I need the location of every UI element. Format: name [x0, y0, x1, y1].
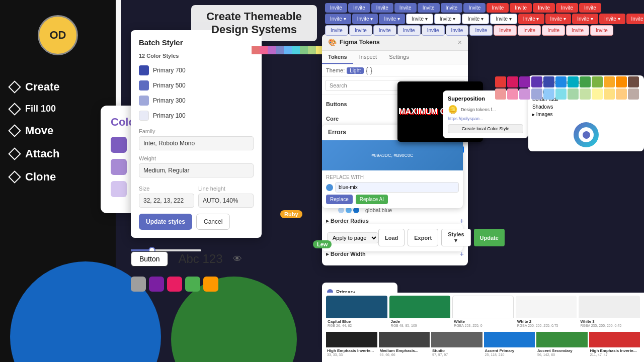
invite-btn-l6[interactable]: Invite: [446, 25, 469, 36]
palette-swatch-top: [580, 76, 591, 87]
demo-button[interactable]: Button: [131, 251, 168, 266]
size-value[interactable]: 32, 22, 13, 222: [139, 194, 194, 208]
invite-btn-5[interactable]: Invite: [418, 3, 440, 13]
invite-btn-l11[interactable]: Invite: [566, 25, 589, 36]
update-styles-button[interactable]: Update styles: [139, 214, 192, 230]
swatch-primary300: [139, 96, 149, 106]
nav-attach[interactable]: Attach: [8, 142, 108, 165]
color-swatch-fill100: [111, 159, 127, 175]
invite-btn-o5[interactable]: Invite ▾: [434, 14, 461, 24]
invite-btn-o8[interactable]: Invite ▾: [518, 14, 544, 24]
nav-fill100[interactable]: Fill 100: [8, 99, 108, 119]
theme-light-button[interactable]: Light: [347, 67, 364, 74]
palette-swatch-bottom: [592, 88, 603, 100]
family-value[interactable]: Inter, Roboto Mono: [139, 136, 254, 150]
text-color-cell: Accent Primary 25, 118, 210: [484, 329, 535, 358]
invite-btn-l2[interactable]: Invite: [349, 25, 372, 36]
nav-clone[interactable]: Clone: [8, 165, 108, 189]
capital-color-item: White 3 RGBA 255, 255, 255, 0.45: [579, 296, 640, 329]
tokens-close-button[interactable]: ×: [458, 38, 462, 46]
tab-tokens[interactable]: Tokens: [322, 51, 353, 64]
cancel-button[interactable]: Cancel: [196, 214, 230, 230]
nav-create-label: Create: [25, 80, 59, 94]
invite-btn-o11[interactable]: Invite ▾: [599, 14, 625, 24]
style-primary300[interactable]: Primary 300: [139, 93, 254, 108]
nav-clone-label: Clone: [25, 170, 56, 184]
border-width-label: ▸ Border Width: [326, 251, 366, 257]
invite-btn-o10[interactable]: Invite ▾: [572, 14, 598, 24]
invite-grid: Invite Invite Invite Invite Invite Invit…: [322, 0, 644, 39]
invite-btn-l10[interactable]: Invite: [542, 25, 565, 36]
invite-btn-o2[interactable]: Invite ▾: [352, 14, 378, 24]
dot-purple: [149, 277, 164, 292]
replace-button[interactable]: Replace: [326, 195, 353, 204]
update-button[interactable]: Update: [474, 229, 505, 246]
invite-btn-o3[interactable]: Invite ▾: [379, 14, 405, 24]
create-local-style-button[interactable]: Create local Color Style: [448, 124, 523, 133]
nav-move[interactable]: Move: [8, 119, 108, 142]
invite-btn-9[interactable]: Invite: [510, 3, 532, 13]
load-button[interactable]: Load: [378, 229, 405, 246]
style-primary500[interactable]: Primary 500: [139, 78, 254, 93]
tab-inspect[interactable]: Inspect: [353, 51, 383, 64]
tab-settings[interactable]: Settings: [383, 51, 415, 64]
palette-swatch-bottom: [531, 88, 542, 100]
invite-btn-l5[interactable]: Invite: [422, 25, 445, 36]
theme-label: Theme:: [326, 67, 345, 73]
text-color-cell: Medium Emphasis... 66, 66, 66: [379, 329, 430, 358]
invite-btn-7[interactable]: Invite: [463, 3, 486, 13]
capital-color-item: White RGBA 253, 255, 0: [452, 296, 514, 329]
invite-btn-o1[interactable]: Invite ▾: [325, 14, 351, 24]
style-primary700[interactable]: Primary 700: [139, 63, 254, 78]
cursor-ruby: Ruby: [280, 210, 302, 218]
weight-label: Weight: [139, 155, 254, 161]
replace-input[interactable]: [335, 182, 459, 193]
invite-btn-l9[interactable]: Invite: [518, 25, 541, 36]
left-nav: Create Fill 100 Move Attach Clone: [0, 75, 116, 189]
nav-create[interactable]: Create: [8, 75, 108, 99]
lineheight-value[interactable]: AUTO, 140%: [198, 194, 254, 208]
export-button[interactable]: Export: [408, 229, 438, 246]
invite-btn-l7[interactable]: Invite: [469, 25, 493, 36]
invite-btn-l4[interactable]: Invite: [397, 25, 421, 36]
invite-btn-l1[interactable]: Invite: [325, 25, 348, 36]
invite-btn-12[interactable]: Invite: [579, 3, 601, 13]
invite-btn-6[interactable]: Invite: [441, 3, 463, 13]
invite-btn-o9[interactable]: Invite ▾: [545, 14, 572, 24]
invite-btn-4[interactable]: Invite: [394, 3, 417, 13]
palette-swatch-top: [555, 76, 567, 87]
apply-to-page-select[interactable]: Apply to page: [327, 232, 378, 243]
nav-move-label: Move: [25, 124, 53, 137]
invite-btn-l12[interactable]: Invite: [590, 25, 613, 36]
invite-btn-o4[interactable]: Invite ▾: [406, 14, 433, 24]
invite-btn-10[interactable]: Invite: [533, 3, 555, 13]
eye-icon[interactable]: 👁: [233, 254, 242, 264]
create-themeable-section: Create Themeable Design Systems: [191, 5, 317, 41]
button-text-row: Button Abc 123 👁: [131, 251, 242, 266]
replace-ai-button[interactable]: Replace AI: [356, 195, 388, 204]
nav-diamond-create: [8, 80, 21, 93]
tokens-title: Figma Tokens: [340, 39, 380, 46]
weight-value[interactable]: Medium, Regular: [139, 163, 254, 177]
superposition-link[interactable]: https://polyspan...: [448, 116, 523, 121]
invite-btn-3[interactable]: Invite: [371, 3, 393, 13]
invite-btn-11[interactable]: Invite: [556, 3, 578, 13]
invite-btn-o7[interactable]: Invite ▾: [490, 14, 517, 24]
invite-btn-1[interactable]: Invite: [325, 3, 347, 13]
invite-btn-o6[interactable]: Invite ▾: [462, 14, 489, 24]
color-swatch-text: [111, 137, 127, 153]
invite-btn-l8[interactable]: Invite: [494, 25, 517, 36]
invite-btn-o12[interactable]: Invite ▾: [626, 14, 644, 24]
text-color-cell: High Emphasis Inverte... 211, 47, 47: [589, 329, 640, 358]
palette-swatch-bottom: [568, 88, 579, 100]
invite-btn-l3[interactable]: Invite: [373, 25, 396, 36]
palette-swatch-top: [616, 76, 627, 87]
buttons-label: Buttons: [326, 101, 347, 107]
styles-button[interactable]: Styles ▾: [441, 229, 470, 246]
capital-color-item: Capital Blue RGB 26, 44, 62: [326, 296, 387, 329]
invite-btn-2[interactable]: Invite: [348, 3, 370, 13]
style-primary100[interactable]: Primary 100: [139, 108, 254, 123]
invite-btn-8[interactable]: Invite: [487, 3, 509, 13]
palette-swatch-top: [495, 76, 506, 87]
add-border-radius-button[interactable]: +: [460, 217, 464, 225]
